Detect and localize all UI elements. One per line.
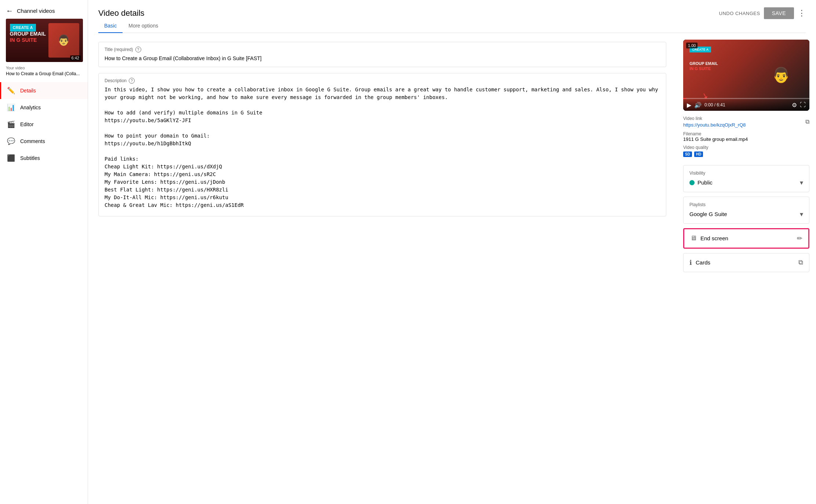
tabs: Basic More options	[98, 19, 806, 33]
comments-label: Comments	[20, 138, 45, 144]
end-screen-card[interactable]: 🖥 End screen ✏	[683, 228, 809, 249]
description-label: Description ?	[105, 78, 660, 84]
save-button[interactable]: SAVE	[764, 7, 794, 19]
video-time: 0:00 / 6:41	[704, 102, 725, 107]
playlists-label: Playlists	[689, 202, 803, 207]
analytics-icon: 📊	[7, 103, 15, 112]
video-link-label: Video link	[683, 116, 746, 121]
cards-external-button[interactable]: ⧉	[798, 259, 803, 266]
back-arrow-icon: ←	[6, 7, 13, 15]
visibility-row: Public ▾	[689, 179, 803, 187]
sidebar-item-analytics[interactable]: 📊 Analytics	[0, 99, 88, 116]
settings-button[interactable]: ⚙	[792, 102, 797, 109]
sidebar-item-subtitles[interactable]: ⬛ Subtitles	[0, 150, 88, 167]
sidebar-thumbnail: CREATE A GROUP EMAILIN G SUITE Create gr…	[6, 19, 83, 62]
play-button[interactable]: ▶	[687, 102, 691, 109]
tab-basic[interactable]: Basic	[98, 19, 123, 33]
preview-person: 👨	[759, 47, 803, 103]
visibility-dot-icon	[689, 180, 695, 185]
video-link-block: Video link https://youtu.be/kzqOjxR_rQ8	[683, 116, 746, 128]
title-help-icon[interactable]: ?	[135, 47, 141, 52]
copy-link-button[interactable]: ⧉	[805, 118, 809, 125]
main-content: Video details UNDO CHANGES SAVE ⋮ Basic …	[88, 0, 816, 504]
quality-badges: SD HD	[683, 151, 809, 157]
thumb-time: 6:42	[70, 55, 81, 61]
sidebar-nav: ✏️ Details 📊 Analytics 🎬 Editor 💬 Commen…	[0, 82, 88, 167]
undo-changes-button[interactable]: UNDO CHANGES	[719, 11, 760, 16]
back-label: Channel videos	[17, 8, 55, 14]
top-actions: UNDO CHANGES SAVE ⋮	[719, 7, 806, 19]
video-controls: ▶ 🔊 0:00 / 6:41 ⚙ ⛶	[683, 99, 809, 111]
sidebar-item-details[interactable]: ✏️ Details	[0, 82, 88, 99]
visibility-dropdown-icon[interactable]: ▾	[800, 179, 803, 187]
playlists-row: Google G Suite ▾	[689, 210, 803, 218]
video-link-row: Video link https://youtu.be/kzqOjxR_rQ8 …	[683, 116, 809, 128]
back-button[interactable]: ← Channel videos	[0, 0, 88, 19]
more-options-button[interactable]: ⋮	[798, 8, 806, 18]
vc-right: ⚙ ⛶	[792, 102, 806, 109]
video-preview: CREATE A GROUP EMAILIN G SUITE 👨 ↘ 1.00 …	[683, 40, 809, 111]
right-panel: CREATE A GROUP EMAILIN G SUITE 👨 ↘ 1.00 …	[677, 33, 816, 504]
subtitles-icon: ⬛	[7, 154, 15, 162]
spacer	[683, 160, 809, 165]
video-link-url[interactable]: https://youtu.be/kzqOjxR_rQ8	[683, 122, 746, 128]
analytics-label: Analytics	[20, 105, 41, 110]
cards-card[interactable]: ℹ Cards ⧉	[683, 253, 809, 272]
filename-value: 1911 G Suite group email.mp4	[683, 136, 809, 142]
description-input[interactable]: In this video, I show you how to create …	[105, 86, 660, 211]
thumb-person-area: 👨	[48, 23, 79, 58]
title-input[interactable]	[105, 55, 660, 62]
video-title: How to Create a Group Email (Colla...	[0, 71, 88, 82]
fullscreen-button[interactable]: ⛶	[800, 102, 806, 109]
quality-hd: HD	[694, 151, 703, 157]
page-title: Video details	[98, 8, 145, 18]
playlists-dropdown-icon[interactable]: ▾	[800, 210, 803, 218]
sidebar: ← Channel videos CREATE A GROUP EMAILIN …	[0, 0, 88, 504]
end-screen-left: 🖥 End screen	[690, 234, 728, 242]
playlists-card[interactable]: Playlists Google G Suite ▾	[683, 197, 809, 224]
quality-label: Video quality	[683, 145, 809, 150]
details-icon: ✏️	[7, 87, 15, 95]
video-timer-badge: 1.00	[686, 43, 697, 48]
end-screen-icon: 🖥	[690, 234, 697, 242]
volume-button[interactable]: 🔊	[694, 102, 702, 109]
filename-label: Filename	[683, 131, 809, 136]
description-help-icon[interactable]: ?	[129, 78, 135, 84]
subtitles-label: Subtitles	[20, 155, 40, 161]
end-screen-label: End screen	[700, 235, 728, 241]
title-field-group: Title (required) ?	[98, 42, 666, 67]
video-label: Your video	[0, 62, 88, 71]
filename-row: Filename 1911 G Suite group email.mp4	[683, 131, 809, 142]
editor-icon: 🎬	[7, 120, 15, 128]
cards-label: Cards	[696, 259, 710, 266]
video-preview-inner: CREATE A GROUP EMAILIN G SUITE 👨 ↘ 1.00 …	[683, 40, 809, 111]
visibility-value: Public	[689, 179, 713, 186]
quality-sd: SD	[683, 151, 692, 157]
title-label: Title (required) ?	[105, 47, 660, 52]
comments-icon: 💬	[7, 137, 15, 145]
tab-more-options[interactable]: More options	[123, 19, 164, 33]
cards-left: ℹ Cards	[689, 259, 710, 267]
sidebar-item-editor[interactable]: 🎬 Editor	[0, 116, 88, 133]
main-header: Video details UNDO CHANGES SAVE ⋮ Basic …	[88, 0, 816, 33]
playlists-value: Google G Suite	[689, 211, 727, 217]
description-field-group: Description ? In this video, I show you …	[98, 73, 666, 216]
content-area: Title (required) ? Description ? In this…	[88, 33, 816, 504]
quality-row: Video quality SD HD	[683, 145, 809, 157]
editor-label: Editor	[20, 121, 34, 127]
details-label: Details	[20, 88, 36, 94]
preview-thumb-title: GROUP EMAILIN G SUITE	[689, 61, 718, 72]
end-screen-edit-button[interactable]: ✏	[797, 234, 802, 242]
sidebar-item-comments[interactable]: 💬 Comments	[0, 133, 88, 150]
cards-icon: ℹ	[689, 259, 692, 267]
visibility-label: Visibility	[689, 171, 803, 176]
form-area: Title (required) ? Description ? In this…	[88, 33, 677, 504]
visibility-card[interactable]: Visibility Public ▾	[683, 165, 809, 192]
